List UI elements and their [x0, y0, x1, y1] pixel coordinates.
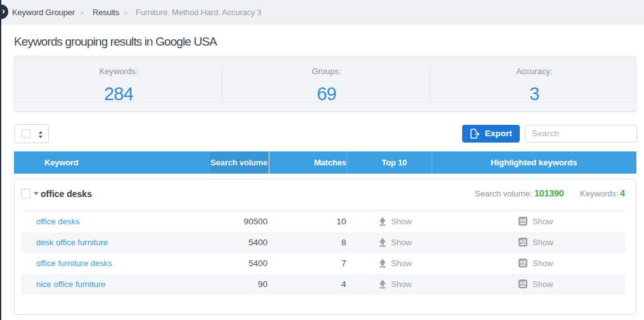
svg-text:AB: AB — [520, 217, 526, 223]
svg-text:AB: AB — [520, 280, 526, 286]
svg-text:AB: AB — [520, 259, 526, 265]
svg-text:AB: AB — [520, 238, 526, 244]
